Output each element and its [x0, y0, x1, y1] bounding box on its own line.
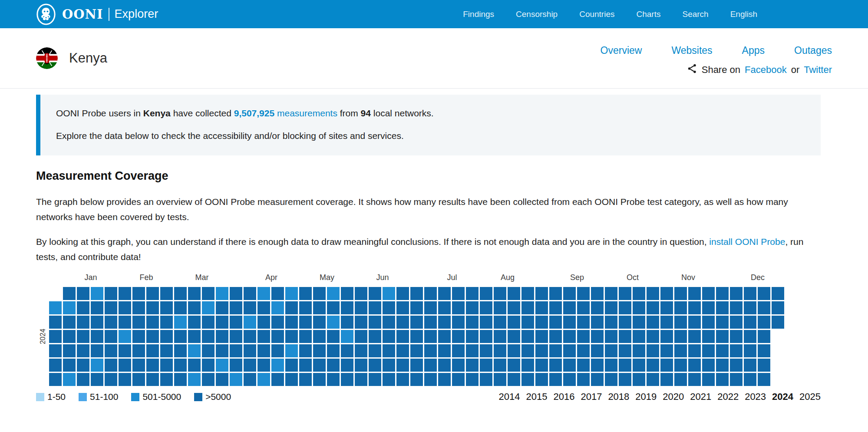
heatmap-cell[interactable] [327, 359, 340, 372]
heatmap-cell[interactable] [119, 316, 131, 329]
heatmap-cell[interactable] [758, 301, 770, 314]
heatmap-cell[interactable] [383, 344, 395, 357]
heatmap-cell[interactable] [591, 301, 604, 314]
heatmap-cell[interactable] [438, 301, 451, 314]
heatmap-cell[interactable] [257, 287, 270, 300]
heatmap-cell[interactable] [563, 301, 576, 314]
heatmap-cell[interactable] [772, 287, 784, 300]
heatmap-cell[interactable] [549, 316, 562, 329]
heatmap-cell[interactable] [521, 373, 534, 386]
share-twitter-link[interactable]: Twitter [804, 64, 832, 76]
heatmap-cell[interactable] [313, 287, 326, 300]
heatmap-cell[interactable] [508, 316, 520, 329]
heatmap-cell[interactable] [633, 301, 645, 314]
heatmap-cell[interactable] [202, 287, 215, 300]
heatmap-cell[interactable] [327, 330, 340, 343]
measurement-count-link[interactable]: 9,507,925 [234, 108, 274, 118]
heatmap-cell[interactable] [508, 344, 520, 357]
heatmap-cell[interactable] [577, 344, 590, 357]
heatmap-cell[interactable] [49, 330, 62, 343]
heatmap-cell[interactable] [549, 373, 562, 386]
heatmap-cell[interactable] [327, 287, 340, 300]
heatmap-cell[interactable] [521, 344, 534, 357]
heatmap-cell[interactable] [146, 359, 159, 372]
heatmap-cell[interactable] [577, 373, 590, 386]
heatmap-cell[interactable] [383, 287, 395, 300]
heatmap-cell[interactable] [119, 344, 131, 357]
heatmap-cell[interactable] [285, 287, 298, 300]
heatmap-cell[interactable] [341, 344, 353, 357]
heatmap-cell[interactable] [716, 359, 729, 372]
year-link-2014[interactable]: 2014 [499, 391, 520, 402]
heatmap-cell[interactable] [174, 301, 187, 314]
heatmap-cell[interactable] [647, 316, 659, 329]
heatmap-cell[interactable] [396, 359, 409, 372]
heatmap-cell[interactable] [174, 359, 187, 372]
heatmap-cell[interactable] [160, 316, 173, 329]
heatmap-cell[interactable] [744, 344, 756, 357]
heatmap-cell[interactable] [647, 344, 659, 357]
heatmap-cell[interactable] [716, 316, 729, 329]
heatmap-cell[interactable] [758, 359, 770, 372]
heatmap-cell[interactable] [535, 301, 548, 314]
heatmap-cell[interactable] [591, 330, 604, 343]
heatmap-cell[interactable] [174, 330, 187, 343]
heatmap-cell[interactable] [285, 359, 298, 372]
heatmap-cell[interactable] [438, 287, 451, 300]
heatmap-cell[interactable] [396, 287, 409, 300]
heatmap-cell[interactable] [619, 359, 631, 372]
heatmap-cell[interactable] [49, 316, 62, 329]
heatmap-cell[interactable] [730, 359, 743, 372]
heatmap-cell[interactable] [313, 316, 326, 329]
heatmap-cell[interactable] [508, 373, 520, 386]
heatmap-cell[interactable] [660, 373, 673, 386]
heatmap-cell[interactable] [424, 330, 437, 343]
heatmap-cell[interactable] [688, 359, 701, 372]
heatmap-cell[interactable] [577, 316, 590, 329]
heatmap-cell[interactable] [438, 373, 451, 386]
heatmap-cell[interactable] [91, 373, 103, 386]
heatmap-cell[interactable] [230, 316, 242, 329]
heatmap-cell[interactable] [146, 301, 159, 314]
year-link-2017[interactable]: 2017 [581, 391, 602, 402]
heatmap-cell[interactable] [758, 316, 770, 329]
heatmap-cell[interactable] [257, 330, 270, 343]
heatmap-cell[interactable] [369, 373, 381, 386]
heatmap-cell[interactable] [424, 301, 437, 314]
heatmap-cell[interactable] [285, 344, 298, 357]
heatmap-cell[interactable] [633, 287, 645, 300]
heatmap-cell[interactable] [327, 301, 340, 314]
heatmap-cell[interactable] [702, 330, 715, 343]
heatmap-cell[interactable] [674, 316, 687, 329]
heatmap-cell[interactable] [674, 373, 687, 386]
heatmap-cell[interactable] [341, 287, 353, 300]
year-link-2019[interactable]: 2019 [635, 391, 657, 402]
heatmap-cell[interactable] [341, 316, 353, 329]
heatmap-cell[interactable] [619, 316, 631, 329]
heatmap-cell[interactable] [744, 330, 756, 343]
heatmap-cell[interactable] [508, 301, 520, 314]
tab-outages[interactable]: Outages [794, 45, 832, 56]
tab-overview[interactable]: Overview [601, 45, 642, 56]
heatmap-cell[interactable] [660, 301, 673, 314]
heatmap-cell[interactable] [355, 301, 367, 314]
heatmap-cell[interactable] [77, 301, 89, 314]
heatmap-cell[interactable] [160, 301, 173, 314]
heatmap-cell[interactable] [105, 359, 117, 372]
heatmap-cell[interactable] [577, 301, 590, 314]
heatmap-cell[interactable] [160, 359, 173, 372]
heatmap-cell[interactable] [480, 301, 492, 314]
tab-apps[interactable]: Apps [742, 45, 765, 56]
heatmap-cell[interactable] [591, 359, 604, 372]
heatmap-cell[interactable] [480, 344, 492, 357]
heatmap-cell[interactable] [257, 316, 270, 329]
heatmap-cell[interactable] [230, 359, 242, 372]
heatmap-cell[interactable] [244, 316, 256, 329]
heatmap-cell[interactable] [160, 344, 173, 357]
heatmap-cell[interactable] [633, 330, 645, 343]
heatmap-cell[interactable] [146, 330, 159, 343]
year-link-2021[interactable]: 2021 [690, 391, 711, 402]
heatmap-cell[interactable] [549, 344, 562, 357]
heatmap-cell[interactable] [716, 344, 729, 357]
heatmap-cell[interactable] [730, 330, 743, 343]
